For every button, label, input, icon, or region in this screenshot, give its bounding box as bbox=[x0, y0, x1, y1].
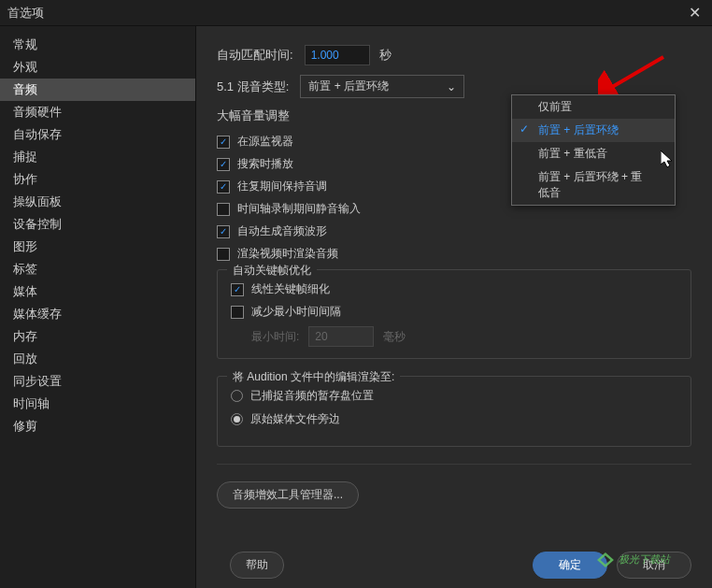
auto-match-row: 自动匹配时间: 秒 bbox=[217, 45, 691, 65]
check-linear-keyframe[interactable] bbox=[231, 283, 244, 296]
sidebar-item-collab[interactable]: 协作 bbox=[0, 168, 195, 191]
sidebar-item-audio-hardware[interactable]: 音频硬件 bbox=[0, 101, 195, 123]
min-time-input bbox=[308, 326, 374, 347]
watermark-text: 极光下载站 bbox=[619, 553, 670, 565]
radio-original-media-label: 原始媒体文件旁边 bbox=[250, 411, 340, 427]
radio-scratch-disk-label: 已捕捉音频的暂存盘位置 bbox=[250, 388, 374, 404]
auto-match-label: 自动匹配时间: bbox=[217, 47, 293, 64]
sidebar-item-control-panel[interactable]: 操纵面板 bbox=[0, 191, 195, 213]
sidebar-item-playback[interactable]: 回放 bbox=[0, 348, 195, 370]
check-mute-input[interactable] bbox=[217, 203, 230, 216]
audition-fieldset: 将 Audition 文件中的编辑渲染至: 已捕捉音频的暂存盘位置 原始媒体文件… bbox=[217, 376, 691, 447]
sidebar-item-capture[interactable]: 捕捉 bbox=[0, 146, 195, 168]
min-time-unit: 毫秒 bbox=[383, 329, 406, 345]
check-source-monitor-label: 在源监视器 bbox=[237, 134, 293, 150]
main-area: 常规 外观 音频 音频硬件 自动保存 捕捉 协作 操纵面板 设备控制 图形 标签… bbox=[0, 26, 712, 588]
separator bbox=[217, 464, 691, 465]
check-auto-waveform[interactable] bbox=[217, 225, 230, 238]
mix-option-front-only[interactable]: 仅前置 bbox=[512, 95, 675, 119]
sidebar-item-media[interactable]: 媒体 bbox=[0, 280, 195, 303]
help-button-wrap: 帮助 bbox=[230, 552, 284, 579]
keyframe-fieldset: 自动关键帧优化 线性关键帧细化 减少最小时间间隔 最小时间: 毫秒 bbox=[217, 269, 691, 359]
keyframe-linear-row: 线性关键帧细化 bbox=[231, 281, 677, 297]
radio-original-media[interactable] bbox=[231, 413, 243, 425]
mix-type-menu: 仅前置 前置 + 后置环绕 前置 + 重低音 前置 + 后置环绕 + 重低音 bbox=[511, 94, 676, 206]
sidebar-item-memory[interactable]: 内存 bbox=[0, 325, 195, 348]
help-button[interactable]: 帮助 bbox=[230, 552, 284, 579]
audition-legend: 将 Audition 文件中的编辑渲染至: bbox=[227, 369, 400, 385]
check-reduce-interval-label: 减少最小时间间隔 bbox=[251, 304, 341, 320]
sidebar-item-appearance[interactable]: 外观 bbox=[0, 56, 195, 79]
mix-type-label: 5.1 混音类型: bbox=[217, 79, 289, 95]
check-auto-waveform-row: 自动生成音频波形 bbox=[217, 223, 691, 239]
chevron-down-icon: ⌄ bbox=[447, 80, 456, 93]
sidebar-item-labels[interactable]: 标签 bbox=[0, 258, 195, 280]
mix-option-front-rear-bass[interactable]: 前置 + 后置环绕 + 重低音 bbox=[512, 165, 675, 205]
check-mute-input-label: 时间轴录制期间静音输入 bbox=[237, 201, 361, 217]
sidebar-item-device-control[interactable]: 设备控制 bbox=[0, 213, 195, 236]
keyframe-legend: 自动关键帧优化 bbox=[227, 263, 317, 279]
sidebar-item-autosave[interactable]: 自动保存 bbox=[0, 123, 195, 146]
check-play-on-search-label: 搜索时播放 bbox=[237, 156, 293, 172]
sidebar-item-audio[interactable]: 音频 bbox=[0, 79, 195, 101]
check-maintain-pitch[interactable] bbox=[217, 180, 230, 194]
check-render-audio-label: 渲染视频时渲染音频 bbox=[237, 246, 338, 262]
sidebar-item-timeline[interactable]: 时间轴 bbox=[0, 393, 195, 415]
watermark-logo-icon bbox=[597, 552, 614, 567]
titlebar: 首选项 ✕ bbox=[0, 0, 712, 26]
sidebar-item-trim[interactable]: 修剪 bbox=[0, 415, 195, 437]
watermark: 极光下载站 bbox=[597, 552, 670, 567]
auto-match-unit: 秒 bbox=[379, 47, 392, 64]
content-panel: 自动匹配时间: 秒 5.1 混音类型: 前置 + 后置环绕 ⌄ 仅前置 前置 +… bbox=[196, 26, 712, 588]
check-play-on-search[interactable] bbox=[217, 158, 230, 171]
window-title: 首选项 bbox=[7, 5, 44, 22]
check-render-audio[interactable] bbox=[217, 248, 230, 261]
min-time-row: 最小时间: 毫秒 bbox=[251, 326, 677, 347]
sidebar: 常规 外观 音频 音频硬件 自动保存 捕捉 协作 操纵面板 设备控制 图形 标签… bbox=[0, 26, 196, 588]
check-auto-waveform-label: 自动生成音频波形 bbox=[237, 223, 327, 239]
auto-match-input[interactable] bbox=[305, 45, 370, 65]
check-source-monitor[interactable] bbox=[217, 136, 230, 149]
mix-type-selected: 前置 + 后置环绕 bbox=[308, 79, 389, 94]
sidebar-item-graphics[interactable]: 图形 bbox=[0, 236, 195, 258]
check-render-audio-row: 渲染视频时渲染音频 bbox=[217, 246, 691, 262]
audition-option-original-row: 原始媒体文件旁边 bbox=[231, 411, 677, 427]
check-reduce-interval[interactable] bbox=[231, 306, 244, 319]
close-icon[interactable]: ✕ bbox=[685, 4, 705, 22]
keyframe-reduce-row: 减少最小时间间隔 bbox=[231, 304, 677, 320]
sidebar-item-sync[interactable]: 同步设置 bbox=[0, 370, 195, 393]
fx-manager-button[interactable]: 音频增效工具管理器... bbox=[217, 481, 359, 509]
mix-option-front-bass[interactable]: 前置 + 重低音 bbox=[512, 142, 675, 165]
sidebar-item-media-cache[interactable]: 媒体缓存 bbox=[0, 303, 195, 325]
mix-type-dropdown[interactable]: 前置 + 后置环绕 ⌄ bbox=[300, 75, 464, 98]
radio-scratch-disk[interactable] bbox=[231, 390, 243, 402]
sidebar-item-general[interactable]: 常规 bbox=[0, 34, 195, 56]
check-maintain-pitch-label: 往复期间保持音调 bbox=[237, 179, 327, 194]
min-time-label: 最小时间: bbox=[251, 329, 299, 345]
mix-option-front-rear[interactable]: 前置 + 后置环绕 bbox=[512, 119, 675, 142]
audition-option-scratch-row: 已捕捉音频的暂存盘位置 bbox=[231, 388, 677, 404]
check-linear-keyframe-label: 线性关键帧细化 bbox=[251, 281, 330, 297]
